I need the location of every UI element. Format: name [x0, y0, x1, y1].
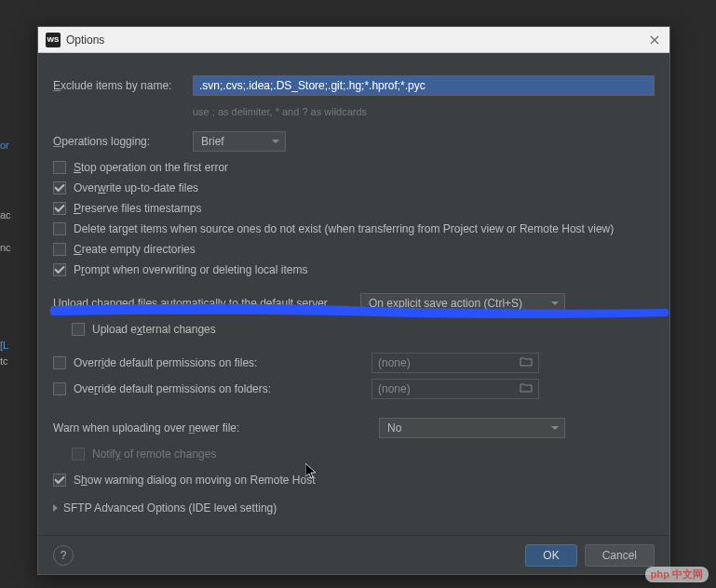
label-delete-target: Delete target items when source ones do …: [74, 222, 614, 235]
exclude-helper: use ; as delimiter, * and ? as wildcards: [193, 106, 367, 117]
help-button[interactable]: ?: [53, 545, 74, 566]
label-preserve: Preserve files timestamps: [74, 202, 201, 215]
checkbox-upload-external[interactable]: [72, 323, 85, 336]
dialog-footer: ? OK Cancel: [38, 535, 669, 574]
ok-button[interactable]: OK: [525, 544, 576, 567]
sftp-label: SFTP Advanced Options (IDE level setting…: [63, 501, 277, 514]
perm-files-value: (none): [378, 356, 411, 369]
upload-value: On explicit save action (Ctrl+S): [369, 297, 522, 310]
warn-value: No: [387, 421, 401, 434]
upload-select[interactable]: On explicit save action (Ctrl+S): [360, 293, 565, 314]
label-notify-remote: Notify of remote changes: [92, 448, 216, 461]
window-title: Options: [66, 33, 647, 47]
perm-folders-value: (none): [378, 382, 411, 395]
warn-label: Warn when uploading over newer file:: [53, 421, 379, 434]
checkbox-create-empty[interactable]: [53, 243, 66, 256]
checkbox-overwrite[interactable]: [53, 181, 66, 194]
folder-icon: [520, 382, 533, 395]
checkbox-stop-error[interactable]: [53, 161, 66, 174]
cancel-button[interactable]: Cancel: [585, 544, 655, 567]
checkbox-notify-remote: [72, 448, 85, 461]
chevron-right-icon: [53, 504, 58, 512]
exclude-input[interactable]: .svn;.cvs;.idea;.DS_Store;.git;.hg;*.hpr…: [193, 75, 655, 96]
logging-value: Brief: [201, 135, 224, 148]
checkbox-preserve[interactable]: [53, 202, 66, 215]
label-show-warning: Show warning dialog on moving on Remote …: [74, 474, 316, 487]
dialog-content: Exclude items by name: .svn;.cvs;.idea;.…: [38, 53, 669, 535]
chevron-down-icon: [551, 426, 559, 430]
app-icon: WS: [46, 33, 61, 47]
upload-label: Upload changed files automatically to th…: [53, 297, 360, 310]
folder-icon: [520, 356, 533, 369]
warn-select[interactable]: No: [379, 418, 565, 438]
watermark: php 中文网: [645, 567, 709, 582]
label-perm-folders: Override default permissions on folders:: [74, 382, 372, 395]
checkbox-perm-folders[interactable]: [53, 382, 66, 395]
checkbox-perm-files[interactable]: [53, 356, 66, 369]
chevron-down-icon: [272, 140, 279, 143]
logging-label: Operations logging:: [53, 135, 193, 148]
checkbox-show-warning[interactable]: [53, 474, 66, 487]
label-prompt: Prompt when overwriting or deleting loca…: [74, 263, 307, 276]
exclude-label: Exclude items by name:: [53, 79, 193, 92]
label-perm-files: Override default permissions on files:: [74, 356, 372, 369]
label-stop-error: Stop operation on the first error: [74, 161, 228, 174]
close-icon[interactable]: [647, 33, 662, 47]
label-upload-external: Upload external changes: [92, 323, 216, 336]
logging-select[interactable]: Brief: [193, 131, 286, 152]
perm-files-input[interactable]: (none): [372, 353, 539, 373]
titlebar: WS Options: [38, 27, 669, 53]
checkbox-delete-target[interactable]: [53, 222, 66, 235]
sftp-advanced-expander[interactable]: SFTP Advanced Options (IDE level setting…: [53, 501, 655, 514]
chevron-down-icon: [551, 301, 559, 305]
checkbox-prompt[interactable]: [53, 263, 66, 276]
options-dialog: WS Options Exclude items by name: .svn;.…: [37, 26, 670, 575]
label-create-empty: Create empty directories: [74, 243, 196, 256]
label-overwrite: Overwrite up-to-date files: [74, 181, 198, 194]
perm-folders-input[interactable]: (none): [372, 379, 539, 399]
